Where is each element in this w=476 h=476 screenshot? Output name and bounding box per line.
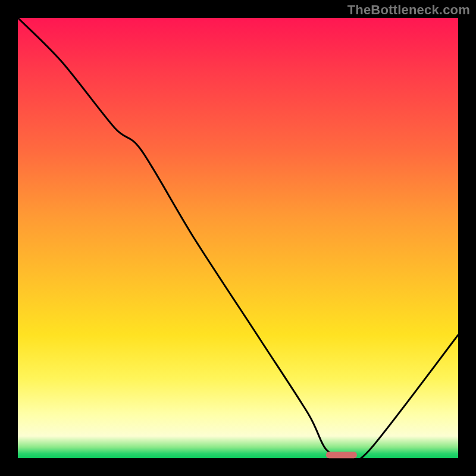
chart-frame: TheBottleneck.com: [0, 0, 476, 476]
curve-layer: [18, 18, 458, 458]
watermark-text: TheBottleneck.com: [347, 2, 470, 18]
optimal-marker: [326, 452, 357, 458]
bottleneck-curve: [18, 18, 458, 461]
plot-area: [18, 18, 458, 458]
